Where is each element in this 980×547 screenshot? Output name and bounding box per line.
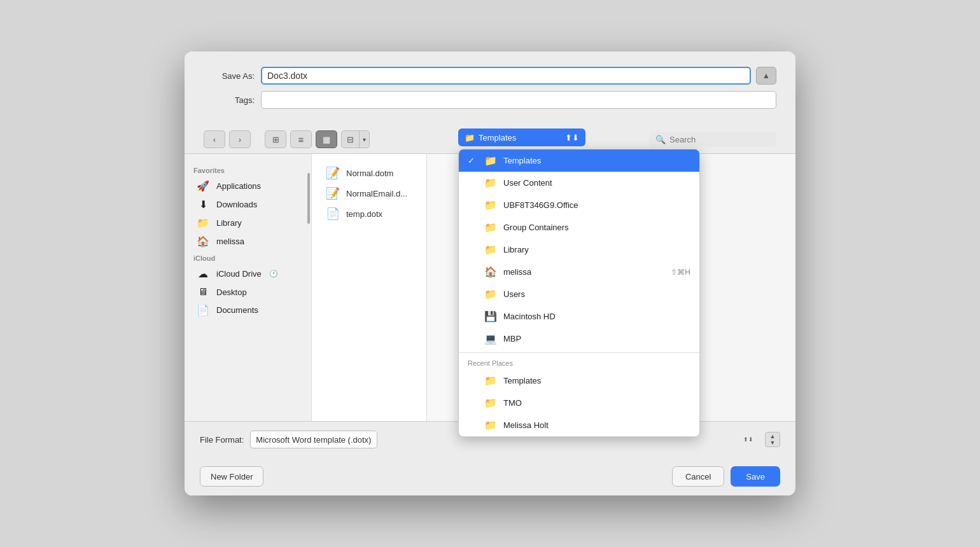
dropdown-item-label: Templates [503, 156, 690, 165]
dropdown-item-label: TMO [503, 398, 690, 408]
dropdown-recent-tmo[interactable]: 📁 TMO [459, 392, 699, 414]
save-dialog: Save As: ▲ Tags: ‹ › ⊞ ≡ ▦ ⊟ ▾ [185, 52, 795, 495]
sidebar-item-label: Desktop [216, 287, 247, 297]
icloud-clock-icon: 🕐 [269, 270, 278, 278]
dropdown-item-label: Library [503, 245, 690, 254]
save-as-row: Save As: ▲ [204, 67, 776, 85]
dropdown-item-ubf8t[interactable]: 📁 UBF8T346G9.Office [459, 194, 699, 216]
location-dropdown-container: 📁 Templates ⬆⬇ ✓ 📁 Templates 📁 User Cont… [458, 128, 585, 146]
dropdown-item-group-containers[interactable]: 📁 Group Containers [459, 216, 699, 239]
sidebar-item-label: iCloud Drive [216, 269, 262, 279]
drive-icon: 💾 [484, 310, 497, 322]
dropdown-item-label: Users [503, 289, 690, 299]
cancel-button[interactable]: Cancel [672, 466, 724, 487]
list-view-button[interactable]: ≡ [290, 130, 312, 148]
file-name: NormalEmail.d... [346, 189, 407, 198]
documents-icon: 📄 [196, 304, 210, 316]
tags-label: Tags: [204, 95, 255, 105]
sidebar-item-icloud-drive[interactable]: ☁ iCloud Drive 🕐 [187, 265, 309, 283]
expand-button[interactable]: ▲ [756, 67, 776, 85]
sidebar-item-desktop[interactable]: 🖥 Desktop [187, 283, 309, 301]
action-buttons-bar: New Folder Cancel Save [185, 457, 795, 495]
favorites-label: Favorites [185, 163, 311, 177]
scrollbar[interactable] [307, 173, 310, 224]
icon-view-icon: ⊞ [272, 135, 279, 144]
file-format-select[interactable]: Microsoft Word template (.dotx) [250, 431, 377, 448]
gallery-arrow-icon: ▾ [359, 131, 369, 148]
folder-icon: 📁 [484, 419, 497, 431]
dropdown-divider [459, 352, 699, 353]
folder-icon: 📁 [484, 375, 497, 387]
icloud-icon: ☁ [196, 268, 210, 280]
icon-view-button[interactable]: ⊞ [265, 130, 286, 148]
sidebar-item-label: melissa [216, 237, 244, 246]
file-item[interactable]: 📄 temp.dotx [321, 204, 417, 224]
sidebar-item-label: Documents [216, 305, 258, 315]
dropdown-item-user-content[interactable]: 📁 User Content [459, 172, 699, 194]
tags-row: Tags: [204, 91, 776, 109]
shortcut-label: ⇧⌘H [671, 268, 690, 277]
downloads-icon: ⬇ [196, 198, 210, 211]
file-item[interactable]: 📝 Normal.dotm [321, 163, 417, 183]
location-folder-icon: 📁 [465, 133, 475, 142]
dropdown-item-library[interactable]: 📁 Library [459, 239, 699, 261]
file-icon: 📝 [326, 166, 340, 180]
folder-icon: 📁 [484, 199, 497, 211]
dropdown-recent-templates[interactable]: 📁 Templates [459, 370, 699, 392]
save-as-label: Save As: [204, 71, 255, 81]
dropdown-item-label: Templates [503, 376, 690, 385]
icloud-label: iCloud [185, 251, 311, 265]
folder-icon: 📁 [484, 155, 497, 167]
forward-button[interactable]: › [229, 130, 251, 148]
dropdown-item-mbp[interactable]: 💻 MBP [459, 328, 699, 350]
check-icon: ✓ [468, 156, 478, 165]
search-input[interactable] [669, 135, 770, 144]
gallery-icon: ⊟ [342, 135, 359, 144]
dropdown-item-label: MBP [503, 334, 690, 343]
dropdown-item-templates[interactable]: ✓ 📁 Templates [459, 149, 699, 172]
location-selector[interactable]: 📁 Templates ⬆⬇ [458, 128, 585, 146]
dropdown-item-label: Group Containers [503, 223, 690, 232]
toolbar: ‹ › ⊞ ≡ ▦ ⊟ ▾ 📁 Templates ⬆⬇ [185, 125, 795, 154]
dialog-header: Save As: ▲ Tags: [185, 52, 795, 125]
dropdown-item-label: User Content [503, 178, 690, 188]
search-icon: 🔍 [655, 135, 666, 144]
dropdown-item-label: Macintosh HD [503, 312, 690, 321]
location-dropdown: ✓ 📁 Templates 📁 User Content 📁 UBF8T346G… [458, 149, 700, 437]
sidebar-item-documents[interactable]: 📄 Documents [187, 301, 309, 319]
location-label: Templates [479, 133, 516, 142]
file-item[interactable]: 📝 NormalEmail.d... [321, 183, 417, 204]
search-box: 🔍 [649, 132, 776, 147]
desktop-icon: 🖥 [196, 286, 210, 298]
dropdown-item-users[interactable]: 📁 Users [459, 283, 699, 305]
save-button[interactable]: Save [731, 466, 780, 487]
sidebar: Favorites 🚀 Applications ⬇ Downloads 📁 L… [185, 154, 312, 421]
dropdown-item-label: melissa [503, 267, 664, 277]
dropdown-item-macintosh-hd[interactable]: 💾 Macintosh HD [459, 305, 699, 328]
file-name: Normal.dotm [346, 169, 393, 178]
sidebar-item-label: Library [216, 218, 242, 228]
file-area: 📝 Normal.dotm 📝 NormalEmail.d... 📄 temp.… [312, 154, 426, 421]
sidebar-item-label: Downloads [216, 200, 257, 209]
file-icon: 📝 [326, 186, 340, 200]
list-view-icon: ≡ [298, 134, 304, 145]
dropdown-item-melissa[interactable]: 🏠 melissa ⇧⌘H [459, 261, 699, 283]
sidebar-item-downloads[interactable]: ⬇ Downloads [187, 195, 309, 214]
folder-icon: 📁 [484, 221, 497, 233]
back-icon: ‹ [213, 135, 216, 144]
sidebar-item-applications[interactable]: 🚀 Applications [187, 177, 309, 195]
tags-input[interactable] [261, 91, 776, 109]
new-folder-button[interactable]: New Folder [200, 466, 263, 487]
folder-icon: 📁 [484, 177, 497, 189]
dropdown-recent-melissa-holt[interactable]: 📁 Melissa Holt [459, 414, 699, 436]
column-view-button[interactable]: ▦ [316, 130, 337, 148]
recent-places-label: Recent Places [459, 356, 699, 370]
laptop-icon: 💻 [484, 333, 497, 345]
gallery-view-button[interactable]: ⊟ ▾ [341, 130, 370, 148]
stepper-icon[interactable]: ▲▼ [765, 432, 780, 447]
sidebar-item-melissa[interactable]: 🏠 melissa [187, 232, 309, 251]
save-as-input[interactable] [261, 67, 751, 85]
back-button[interactable]: ‹ [204, 130, 225, 148]
sidebar-item-library[interactable]: 📁 Library [187, 214, 309, 232]
location-arrows-icon: ⬆⬇ [565, 133, 579, 142]
